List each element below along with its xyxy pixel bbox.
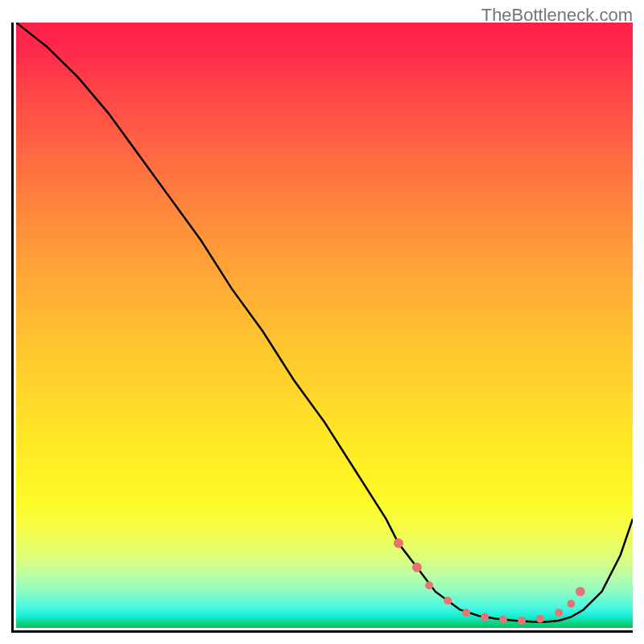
curve-marker bbox=[518, 617, 526, 625]
chart-plot-area bbox=[11, 23, 633, 633]
curve-marker bbox=[536, 615, 544, 623]
curve-marker bbox=[394, 539, 403, 548]
curve-markers bbox=[394, 539, 585, 625]
curve-marker bbox=[412, 563, 422, 572]
curve-marker bbox=[425, 581, 433, 589]
curve-marker bbox=[444, 597, 452, 605]
curve-marker bbox=[555, 609, 563, 617]
bottleneck-curve-line bbox=[16, 23, 633, 622]
curve-marker bbox=[499, 615, 507, 623]
curve-marker bbox=[567, 600, 575, 608]
curve-marker bbox=[576, 587, 585, 597]
curve-marker bbox=[481, 613, 489, 621]
curve-marker bbox=[462, 609, 470, 617]
chart-svg bbox=[16, 23, 633, 628]
